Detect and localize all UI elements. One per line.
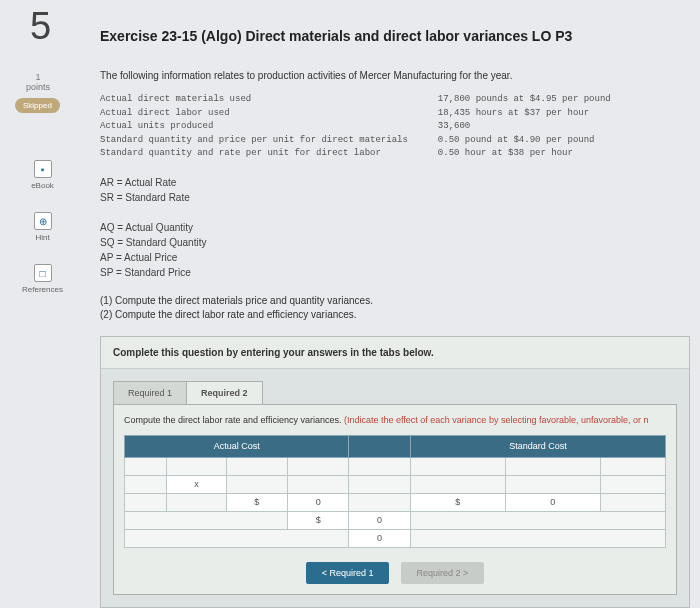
definitions: AR = Actual Rate SR = Standard Rate AQ =… <box>100 175 690 280</box>
cell[interactable] <box>349 493 410 511</box>
cell[interactable] <box>167 457 226 475</box>
variance-table: Actual Cost Standard Cost x $0 <box>124 435 666 548</box>
cell-zero[interactable]: 0 <box>349 511 410 529</box>
cell-zero[interactable]: 0 <box>505 493 600 511</box>
answer-box: Complete this question by entering your … <box>100 336 690 608</box>
hint-icon: ⊕ <box>34 212 52 230</box>
cell[interactable] <box>125 529 349 547</box>
cell[interactable] <box>349 457 410 475</box>
sidebar-ebook-label: eBook <box>31 181 54 190</box>
intro-text: The following information relates to pro… <box>100 70 690 81</box>
sidebar: ▪ eBook ⊕ Hint □ References <box>15 160 70 316</box>
tab-content: Compute the direct labor rate and effici… <box>113 404 677 595</box>
tab-instruction: Compute the direct labor rate and effici… <box>124 415 666 425</box>
points-num: 1 <box>8 72 68 82</box>
cell[interactable] <box>167 493 226 511</box>
cell[interactable] <box>505 457 600 475</box>
tabs: Required 1 Required 2 <box>113 381 689 404</box>
sidebar-ebook[interactable]: ▪ eBook <box>15 160 70 190</box>
complete-instruction: Complete this question by entering your … <box>101 337 689 369</box>
col-blank <box>349 435 410 457</box>
sidebar-references-label: References <box>22 285 63 294</box>
cell-zero[interactable]: 0 <box>349 529 410 547</box>
cell[interactable] <box>125 475 167 493</box>
prev-button[interactable]: < Required 1 <box>306 562 390 584</box>
sidebar-references[interactable]: □ References <box>15 264 70 294</box>
task-1: (1) Compute the direct materials price a… <box>100 294 690 308</box>
cell[interactable] <box>288 475 349 493</box>
tab-instr-text: Compute the direct labor rate and effici… <box>124 415 344 425</box>
book-icon: ▪ <box>34 160 52 178</box>
references-icon: □ <box>34 264 52 282</box>
points-area: 1 points <box>8 72 68 92</box>
cell[interactable] <box>226 457 287 475</box>
nav-buttons: < Required 1 Required 2 > <box>124 562 666 584</box>
cell[interactable] <box>410 475 505 493</box>
sidebar-hint[interactable]: ⊕ Hint <box>15 212 70 242</box>
cell-sym[interactable]: $ <box>288 511 349 529</box>
cell-zero[interactable]: 0 <box>288 493 349 511</box>
cell[interactable] <box>410 457 505 475</box>
content: The following information relates to pro… <box>100 70 690 608</box>
exercise-title: Exercise 23-15 (Algo) Direct materials a… <box>100 28 572 44</box>
cell[interactable] <box>125 457 167 475</box>
tab-required-2[interactable]: Required 2 <box>186 381 263 404</box>
points-label: points <box>26 82 50 92</box>
skipped-badge: Skipped <box>15 98 60 113</box>
question-number: 5 <box>30 5 51 48</box>
next-button[interactable]: Required 2 > <box>401 562 485 584</box>
cell[interactable] <box>125 493 167 511</box>
tab-required-1[interactable]: Required 1 <box>113 381 187 404</box>
col-standard-cost: Standard Cost <box>410 435 665 457</box>
cell[interactable] <box>600 493 665 511</box>
cell[interactable] <box>410 529 665 547</box>
cell[interactable] <box>288 457 349 475</box>
col-actual-cost: Actual Cost <box>125 435 349 457</box>
cell[interactable] <box>600 475 665 493</box>
tab-instr-hint: (Indicate the effect of each variance by… <box>344 415 649 425</box>
cell[interactable] <box>600 457 665 475</box>
cell[interactable] <box>410 511 665 529</box>
cell-sym[interactable]: $ <box>226 493 287 511</box>
data-values: 17,800 pounds at $4.95 per pound 18,435 … <box>438 93 611 161</box>
sidebar-hint-label: Hint <box>35 233 49 242</box>
cell[interactable] <box>505 475 600 493</box>
cell[interactable] <box>226 475 287 493</box>
cell-sym[interactable]: $ <box>410 493 505 511</box>
cell[interactable] <box>349 475 410 493</box>
cell[interactable] <box>125 511 288 529</box>
data-block: Actual direct materials used Actual dire… <box>100 93 690 161</box>
cell-x[interactable]: x <box>167 475 226 493</box>
data-labels: Actual direct materials used Actual dire… <box>100 93 408 161</box>
tasks: (1) Compute the direct materials price a… <box>100 294 690 322</box>
task-2: (2) Compute the direct labor rate and ef… <box>100 308 690 322</box>
